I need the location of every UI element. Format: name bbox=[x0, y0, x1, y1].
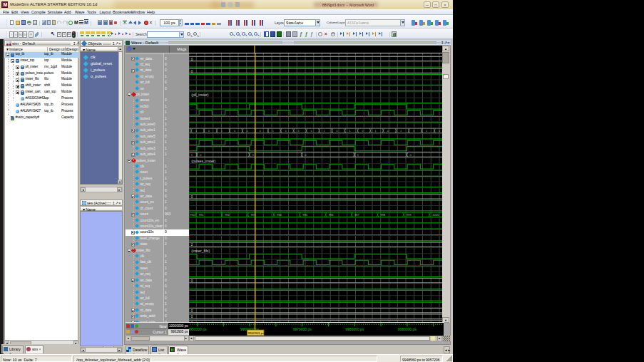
svg-text:999: 999 bbox=[406, 213, 411, 217]
svg-text:9950000 ps: 9950000 ps bbox=[189, 327, 207, 331]
svg-text:1: 1 bbox=[374, 130, 376, 133]
svg-text:0: 0 bbox=[190, 58, 193, 61]
svg-text:0: 0 bbox=[310, 130, 312, 133]
svg-text:(pll_inster): (pll_inster) bbox=[191, 93, 208, 97]
svg-text:0: 0 bbox=[387, 130, 389, 133]
svg-text:0: 0 bbox=[190, 315, 193, 319]
svg-text:(inster_fifo): (inster_fifo) bbox=[191, 249, 210, 253]
svg-text:994: 994 bbox=[276, 213, 281, 217]
svg-text:1: 1 bbox=[323, 130, 324, 133]
svg-text:1: 1 bbox=[349, 130, 350, 133]
svg-text:0: 0 bbox=[190, 195, 193, 199]
svg-text:9980000 ps: 9980000 ps bbox=[345, 327, 364, 331]
svg-text:0: 0 bbox=[362, 130, 363, 133]
svg-text:0: 0 bbox=[439, 130, 440, 133]
svg-text:0: 0 bbox=[190, 309, 193, 313]
svg-text:992: 992 bbox=[225, 213, 230, 217]
svg-text:0: 0 bbox=[285, 130, 286, 133]
svg-text:0: 0 bbox=[336, 130, 337, 133]
svg-text:997: 997 bbox=[354, 213, 359, 217]
svg-text:998: 998 bbox=[380, 213, 385, 217]
svg-text:1: 1 bbox=[297, 130, 299, 133]
svg-text:1: 1 bbox=[195, 130, 197, 133]
svg-text:0: 0 bbox=[190, 279, 193, 283]
svg-text:1: 1 bbox=[400, 130, 402, 133]
svg-text:0: 0 bbox=[259, 130, 260, 133]
svg-text:2: 2 bbox=[190, 243, 193, 247]
svg-text:0: 0 bbox=[190, 70, 193, 73]
svg-text:9990000 ps: 9990000 ps bbox=[397, 327, 416, 331]
svg-text:1: 1 bbox=[221, 130, 223, 133]
svg-text:995: 995 bbox=[302, 213, 307, 217]
svg-text:1: 1 bbox=[272, 130, 273, 133]
svg-text:9970000 ps: 9970000 ps bbox=[292, 327, 312, 331]
svg-text:1: 1 bbox=[246, 130, 247, 133]
svg-text:0: 0 bbox=[208, 130, 210, 133]
svg-text:1000: 1000 bbox=[432, 213, 439, 217]
svg-text:0: 0 bbox=[233, 130, 235, 133]
svg-text:991: 991 bbox=[198, 213, 203, 217]
svg-text:0: 0 bbox=[413, 130, 414, 133]
svg-text:990: 990 bbox=[190, 213, 195, 217]
svg-text:1: 1 bbox=[426, 130, 427, 133]
svg-text:(pulses_inster): (pulses_inster) bbox=[191, 159, 215, 163]
svg-text:996: 996 bbox=[328, 213, 333, 217]
svg-text:9962905 ps: 9962905 ps bbox=[247, 331, 265, 335]
